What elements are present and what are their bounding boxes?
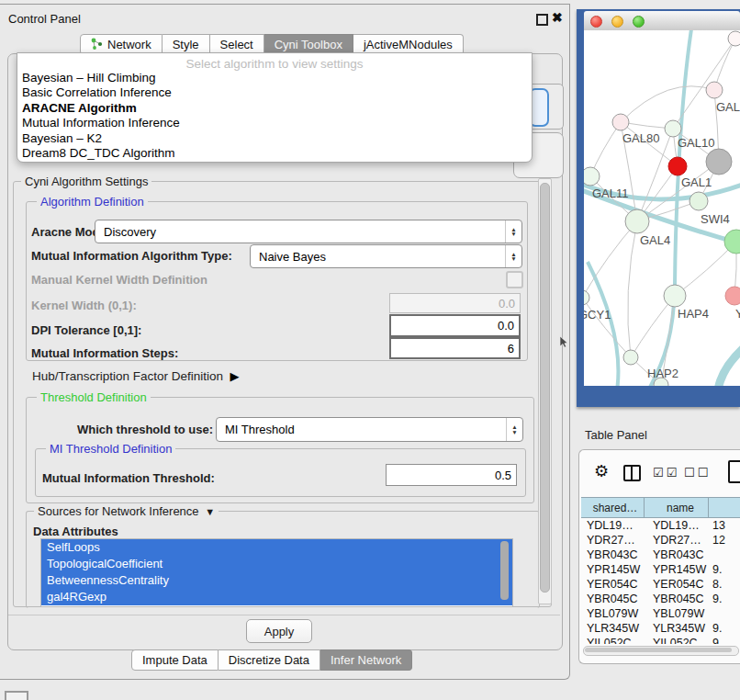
column-header-shared[interactable]: shared… [581, 498, 645, 517]
node-gal11[interactable] [584, 167, 600, 186]
label-gal11: GAL11 [592, 186, 629, 200]
attributes-list-scrollbar-thumb[interactable] [500, 541, 509, 600]
table-row[interactable]: YIL052C YIL052C 9. [581, 636, 740, 644]
close-traffic-light[interactable] [590, 16, 602, 28]
network-icon [91, 38, 103, 52]
tab-impute-data[interactable]: Impute Data [131, 649, 219, 671]
apply-button[interactable]: Apply [246, 619, 312, 643]
node-green-partial[interactable] [724, 230, 740, 254]
dropdown-item[interactable]: Bayesian – Hill Climbing [20, 71, 529, 85]
attribute-item[interactable]: BetweennessCentrality [41, 572, 512, 589]
mi-threshold-definition-title: MI Threshold Definition [46, 442, 175, 456]
cell-name: YBR045C [645, 593, 709, 605]
algorithm-definition-title: Algorithm Definition [37, 195, 148, 209]
table-row[interactable]: YBR045C YBR045C 9. [581, 592, 740, 606]
node-gray[interactable] [706, 149, 732, 175]
network-graph: GAL80 GAL10 GAL11 GAL1 SWI4 GAL4 GCY1 HA… [584, 30, 740, 386]
column-header-partial[interactable] [709, 498, 740, 517]
cell-extra: 9. [709, 622, 740, 635]
sources-title-text: Sources for Network Inference [38, 504, 199, 518]
node-gal1[interactable] [690, 192, 708, 210]
dropdown-item[interactable]: Dream8 DC_TDC Algorithm [20, 146, 529, 161]
attribute-item[interactable]: gal4RGexp [41, 589, 512, 605]
table-row[interactable]: YBL079W YBL079W [581, 606, 740, 621]
panel-divider [8, 615, 560, 615]
aracne-mode-combo[interactable]: Discovery ▲▼ [95, 220, 522, 243]
node-gal10[interactable] [665, 120, 681, 137]
cell-shared: YLR345W [581, 622, 645, 635]
node-gal-partial[interactable] [706, 82, 723, 98]
node-gcy1[interactable] [584, 290, 589, 305]
node-salmon-partial[interactable] [725, 287, 740, 305]
manual-kernel-checkbox[interactable] [506, 271, 523, 288]
tab-infer-network-label: Infer Network [331, 653, 401, 667]
network-view-window: GAL80 GAL10 GAL11 GAL1 SWI4 GAL4 GCY1 HA… [577, 9, 740, 407]
table-row[interactable]: YLR345W YLR345W 9. [581, 621, 740, 636]
attribute-item[interactable]: SelfLoops [41, 539, 512, 556]
close-icon[interactable]: ✖ [552, 10, 563, 25]
mi-threshold-field[interactable] [386, 464, 517, 486]
hub-definition-label: Hub/Transcription Factor Definition [32, 369, 223, 383]
network-window-titlebar[interactable] [584, 11, 740, 31]
cell-extra: 9. [709, 563, 740, 576]
mi-type-combo[interactable]: Naive Bayes ▲▼ [250, 244, 522, 268]
dropdown-placeholder: Select algorithm to view settings [17, 57, 532, 71]
table-row[interactable]: YER054C YER054C 8. [581, 577, 740, 592]
table-horizontal-scrollbar[interactable] [583, 646, 739, 656]
sources-group-title[interactable]: Sources for Network Inference ▼ [34, 504, 219, 518]
table-row[interactable]: YBR043C YBR043C [581, 548, 740, 562]
cell-shared: YPR145W [581, 563, 645, 576]
node-selected-red[interactable] [668, 157, 687, 175]
dropdown-item[interactable]: Bayesian – K2 [20, 131, 529, 146]
settings-group-title: Cyni Algorithm Settings [21, 175, 151, 188]
spinner-arrows-icon: ▲▼ [506, 418, 522, 441]
hub-definition-toggle[interactable]: Hub/Transcription Factor Definition ▶ [32, 369, 239, 383]
deselect-all-checkboxes-icon[interactable]: ☐☐ [684, 466, 711, 480]
table-panel: ⚙ ☑☑ ☐☐ shared… name YDL19… YDL19… 13 YD… [578, 449, 740, 664]
mi-steps-field[interactable] [389, 337, 521, 359]
float-window-icon[interactable] [536, 14, 548, 26]
select-all-checkboxes-icon[interactable]: ☑☑ [653, 466, 679, 480]
node-hap4[interactable] [664, 285, 686, 307]
aracne-mode-value: Discovery [95, 220, 505, 243]
control-panel-window: Control Panel ✖ Network Style [0, 4, 570, 680]
network-canvas[interactable]: GAL80 GAL10 GAL11 GAL1 SWI4 GAL4 GCY1 HA… [584, 30, 740, 386]
dropdown-item[interactable]: Basic Correlation Inference [20, 85, 529, 100]
collapse-down-arrow-icon: ▼ [202, 506, 215, 517]
node-hap2[interactable] [623, 350, 638, 365]
dpi-tolerance-field[interactable] [389, 314, 521, 337]
which-threshold-value: MI Threshold [217, 418, 506, 441]
node-partial-top[interactable] [728, 31, 740, 46]
bottom-tabbar: Impute Data Discretize Data Infer Networ… [131, 649, 412, 671]
table-row[interactable]: YDR27… YDR27… 12 [581, 533, 740, 548]
document-icon[interactable] [728, 460, 740, 483]
column-view-icon[interactable] [623, 465, 641, 481]
dropdown-item[interactable]: Mutual Information Inference [20, 116, 529, 130]
panel-title: Control Panel [8, 12, 81, 26]
tab-infer-network[interactable]: Infer Network [320, 649, 412, 671]
expand-right-arrow-icon: ▶ [227, 369, 240, 383]
tab-discretize-data[interactable]: Discretize Data [219, 649, 320, 671]
partial-panel-fragment [5, 691, 28, 700]
dropdown-item-selected[interactable]: ARACNE Algorithm [20, 101, 529, 116]
node-gal80[interactable] [612, 114, 629, 130]
attribute-item[interactable]: TopologicalCoefficient [41, 556, 512, 572]
spinner-arrows-icon: ▲▼ [505, 220, 521, 243]
kernel-width-field[interactable] [389, 293, 521, 313]
spinner-arrows-icon: ▲▼ [505, 245, 521, 267]
cell-name: YDR27… [645, 534, 709, 547]
table-scrollbar-thumb[interactable] [585, 648, 732, 652]
table-row[interactable]: YPR145W YPR145W 9. [581, 562, 740, 577]
table-row[interactable]: YDL19… YDL19… 13 [581, 518, 740, 533]
zoom-traffic-light[interactable] [633, 16, 645, 28]
column-header-name[interactable]: name [645, 498, 709, 517]
which-threshold-combo[interactable]: MI Threshold ▲▼ [216, 417, 523, 442]
settings-scrollbar[interactable] [538, 178, 552, 604]
cell-shared: YDR27… [581, 534, 645, 547]
label-hap2: HAP2 [647, 367, 678, 380]
cell-extra: 13 [709, 519, 740, 532]
node-gal4[interactable] [625, 209, 649, 233]
settings-scrollbar-thumb[interactable] [540, 183, 550, 593]
gear-icon[interactable]: ⚙ [594, 461, 609, 481]
minimize-traffic-light[interactable] [611, 16, 623, 28]
